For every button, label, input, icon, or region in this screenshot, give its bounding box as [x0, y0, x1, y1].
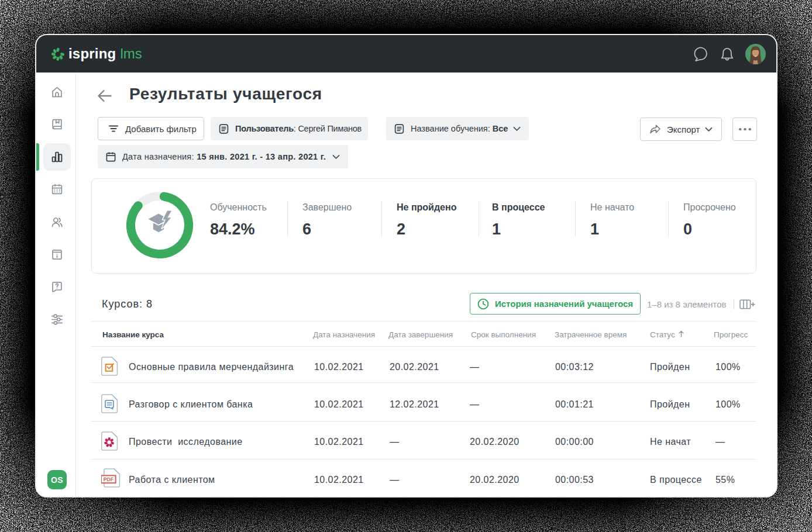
svg-text:PDF: PDF [104, 476, 113, 482]
